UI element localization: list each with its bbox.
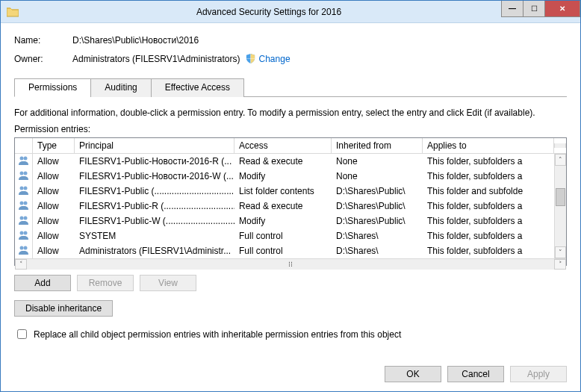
cell-inherited: D:\Shares\ [332,229,423,243]
close-button[interactable]: ✕ [544,1,580,17]
cell-inherited: D:\Shares\Public\ [332,184,423,198]
grid-header: Type Principal Access Inherited from App… [15,138,566,154]
column-icon[interactable] [15,138,33,153]
maximize-button[interactable]: ☐ [523,1,545,17]
scroll-thumb[interactable] [556,188,565,206]
disable-inheritance-button[interactable]: Disable inheritance [14,300,113,317]
entry-buttons: Add Remove View [14,275,567,291]
column-applies[interactable]: Applies to [423,138,554,153]
column-inherited[interactable]: Inherited from [332,138,423,153]
svg-point-3 [23,171,27,175]
scroll-right-icon[interactable]: ˃ [554,259,566,270]
owner-label: Owner: [14,54,72,64]
replace-permissions-checkbox[interactable] [17,329,27,339]
group-icon [15,184,33,199]
replace-permissions-row: Replace all child object permission entr… [14,327,567,341]
svg-point-8 [19,216,23,220]
svg-point-12 [19,246,23,249]
cell-access: Read & execute [234,155,332,168]
cell-inherited: None [332,169,423,183]
cell-principal: FILESRV1-Public-R (.....................… [75,199,234,213]
group-icon [15,199,33,214]
group-icon [15,243,33,259]
group-icon [15,154,33,169]
replace-permissions-label: Replace all child object permission entr… [34,329,401,340]
scroll-up-icon[interactable]: ˄ [555,154,566,166]
horizontal-scrollbar[interactable]: ˂ ⁞⁞ ˃ [15,258,566,270]
dialog-footer: OK Cancel Apply [14,357,567,382]
apply-button: Apply [510,366,567,382]
cell-principal: Administrators (FILESRV1\Administr... [75,244,234,258]
table-row[interactable]: AllowFILESRV1-Public-W (................… [15,214,554,228]
table-row[interactable]: AllowFILESRV1-Public (..................… [15,184,554,199]
owner-row: Owner: Administrators (FILESRV1\Administ… [14,53,567,64]
hscroll-grip-icon[interactable]: ⁞⁞ [27,261,554,268]
scroll-down-icon[interactable]: ˅ [555,246,566,258]
svg-point-5 [23,186,27,190]
window-controls: — ☐ ✕ [502,1,580,17]
ok-button[interactable]: OK [385,366,441,382]
scroll-track[interactable] [555,166,566,246]
tab-permissions[interactable]: Permissions [14,78,91,97]
vertical-scrollbar[interactable]: ˄ ˅ [554,154,566,258]
permission-entries-grid[interactable]: Type Principal Access Inherited from App… [14,137,567,266]
cell-principal: SYSTEM [75,229,234,243]
add-button[interactable]: Add [14,275,71,291]
table-row[interactable]: AllowFILESRV1-Public-R (................… [15,199,554,214]
table-row[interactable]: AllowFILESRV1-Public-Новости-2016-W (...… [15,169,554,184]
grid-rows: AllowFILESRV1-Public-Новости-2016-R (...… [15,154,554,258]
cell-type: Allow [33,229,75,243]
window-title: Advanced Security Settings for 2016 [25,7,580,17]
cancel-button[interactable]: Cancel [447,366,504,382]
column-type[interactable]: Type [33,138,75,153]
table-row[interactable]: AllowFILESRV1-Public-Новости-2016-R (...… [15,154,554,169]
cell-applies: This folder, subfolders a [423,199,554,213]
cell-applies: This folder, subfolders a [423,155,554,168]
permission-entries-label: Permission entries: [14,124,567,134]
cell-type: Allow [33,169,75,183]
titlebar: Advanced Security Settings for 2016 — ☐ … [1,1,580,23]
cell-type: Allow [33,199,75,213]
cell-inherited: D:\Shares\ [332,244,423,258]
tab-effective-access[interactable]: Effective Access [151,78,244,97]
cell-applies: This folder, subfolders a [423,169,554,183]
svg-point-13 [23,246,27,249]
view-button: View [140,275,196,291]
cell-principal: FILESRV1-Public-Новости-2016-W (... [75,169,234,183]
inheritance-buttons: Disable inheritance [14,300,567,317]
scroll-left-icon[interactable]: ˂ [15,259,27,270]
cell-inherited: D:\Shares\Public\ [332,214,423,228]
svg-point-2 [19,171,23,175]
minimize-button[interactable]: — [501,1,523,17]
group-icon [15,214,33,229]
advanced-security-window: Advanced Security Settings for 2016 — ☐ … [0,0,581,392]
change-owner-link[interactable]: Change [259,54,290,64]
cell-access: Read & execute [234,199,332,213]
column-access[interactable]: Access [234,138,332,153]
cell-type: Allow [33,155,75,168]
tab-auditing[interactable]: Auditing [90,78,151,97]
svg-point-6 [19,201,23,205]
svg-point-1 [23,156,27,160]
name-value: D:\Shares\Public\Новости\2016 [72,35,199,46]
cell-applies: This folder, subfolders a [423,229,554,243]
remove-button: Remove [77,275,134,291]
cell-access: List folder contents [234,184,332,198]
folder-icon [7,7,19,17]
cell-principal: FILESRV1-Public (.......................… [75,184,234,198]
tab-strip: Permissions Auditing Effective Access [14,78,567,97]
table-row[interactable]: AllowSYSTEMFull controlD:\Shares\This fo… [15,228,554,243]
cell-applies: This folder, subfolders a [423,244,554,258]
cell-inherited: D:\Shares\Public\ [332,199,423,213]
owner-value: Administrators (FILESRV1\Administrators) [72,54,240,64]
column-principal[interactable]: Principal [75,138,234,153]
cell-access: Modify [234,169,332,183]
cell-type: Allow [33,184,75,198]
table-row[interactable]: AllowAdministrators (FILESRV1\Administr.… [15,243,554,258]
description-text: For additional information, double-click… [14,108,567,118]
cell-type: Allow [33,244,75,258]
name-row: Name: D:\Shares\Public\Новости\2016 [14,35,567,46]
svg-point-7 [23,201,27,205]
cell-principal: FILESRV1-Public-W (.....................… [75,214,234,228]
content-area: Name: D:\Shares\Public\Новости\2016 Owne… [1,23,580,391]
